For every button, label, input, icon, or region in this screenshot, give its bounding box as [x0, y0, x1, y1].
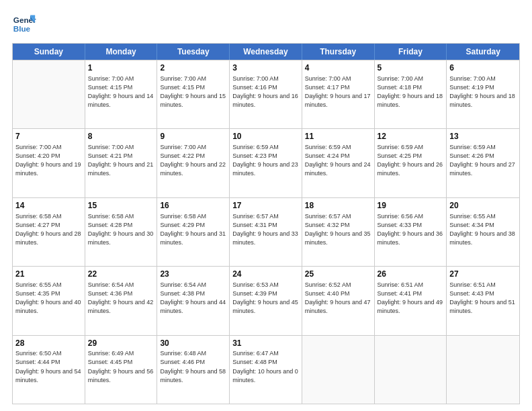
day-number: 11 [305, 131, 371, 142]
calendar-cell: 14Sunrise: 6:58 AMSunset: 4:27 PMDayligh… [13, 198, 85, 266]
calendar-week-3: 14Sunrise: 6:58 AMSunset: 4:27 PMDayligh… [13, 197, 519, 266]
cell-info: Sunrise: 6:57 AMSunset: 4:32 PMDaylight:… [305, 212, 371, 247]
calendar-cell: 12Sunrise: 6:59 AMSunset: 4:25 PMDayligh… [375, 129, 447, 197]
calendar-cell [13, 60, 85, 128]
day-number: 7 [15, 131, 82, 142]
calendar-week-1: 1Sunrise: 7:00 AMSunset: 4:15 PMDaylight… [13, 60, 519, 128]
cell-info: Sunrise: 6:59 AMSunset: 4:26 PMDaylight:… [449, 143, 517, 178]
day-number: 18 [305, 200, 371, 212]
calendar-week-5: 28Sunrise: 6:50 AMSunset: 4:44 PMDayligh… [13, 335, 519, 404]
cell-info: Sunrise: 6:52 AMSunset: 4:40 PMDaylight:… [305, 281, 371, 316]
cell-info: Sunrise: 6:57 AMSunset: 4:31 PMDaylight:… [232, 212, 299, 247]
calendar-header-monday: Monday [85, 44, 158, 60]
day-number: 4 [305, 62, 371, 74]
calendar-cell: 19Sunrise: 6:56 AMSunset: 4:33 PMDayligh… [375, 198, 447, 266]
calendar-cell: 6Sunrise: 7:00 AMSunset: 4:19 PMDaylight… [447, 60, 519, 128]
cell-info: Sunrise: 6:50 AMSunset: 4:44 PMDaylight:… [15, 349, 82, 384]
day-number: 14 [15, 200, 82, 212]
cell-info: Sunrise: 6:51 AMSunset: 4:41 PMDaylight:… [378, 281, 444, 316]
calendar-cell: 23Sunrise: 6:54 AMSunset: 4:38 PMDayligh… [157, 267, 230, 334]
day-number: 28 [15, 338, 82, 349]
cell-info: Sunrise: 6:56 AMSunset: 4:33 PMDaylight:… [378, 212, 444, 247]
cell-info: Sunrise: 6:47 AMSunset: 4:48 PMDaylight:… [232, 349, 299, 384]
day-number: 16 [160, 200, 226, 212]
calendar: SundayMondayTuesdayWednesdayThursdayFrid… [12, 43, 520, 404]
calendar-cell: 24Sunrise: 6:53 AMSunset: 4:39 PMDayligh… [230, 267, 302, 334]
cell-info: Sunrise: 7:00 AMSunset: 4:20 PMDaylight:… [15, 143, 82, 178]
day-number: 15 [88, 200, 154, 212]
page-header: General Blue [12, 12, 520, 36]
calendar-header-wednesday: Wednesday [230, 44, 302, 60]
day-number: 23 [160, 269, 226, 280]
cell-info: Sunrise: 6:55 AMSunset: 4:35 PMDaylight:… [15, 281, 82, 316]
svg-text:Blue: Blue [13, 24, 31, 33]
cell-info: Sunrise: 6:58 AMSunset: 4:27 PMDaylight:… [15, 212, 82, 247]
day-number: 13 [449, 131, 517, 142]
calendar-cell: 29Sunrise: 6:49 AMSunset: 4:45 PMDayligh… [85, 336, 158, 404]
calendar-header-saturday: Saturday [447, 44, 519, 60]
cell-info: Sunrise: 6:58 AMSunset: 4:28 PMDaylight:… [88, 212, 154, 247]
cell-info: Sunrise: 6:53 AMSunset: 4:39 PMDaylight:… [232, 281, 299, 316]
calendar-cell: 2Sunrise: 7:00 AMSunset: 4:15 PMDaylight… [157, 60, 230, 128]
calendar-cell: 1Sunrise: 7:00 AMSunset: 4:15 PMDaylight… [85, 60, 158, 128]
day-number: 21 [15, 269, 82, 280]
day-number: 22 [88, 269, 154, 280]
day-number: 19 [378, 200, 444, 212]
calendar-cell: 10Sunrise: 6:59 AMSunset: 4:23 PMDayligh… [230, 129, 302, 197]
cell-info: Sunrise: 6:49 AMSunset: 4:45 PMDaylight:… [88, 349, 154, 384]
calendar-header-thursday: Thursday [302, 44, 375, 60]
calendar-cell: 15Sunrise: 6:58 AMSunset: 4:28 PMDayligh… [85, 198, 158, 266]
day-number: 24 [232, 269, 299, 280]
calendar-cell: 8Sunrise: 7:00 AMSunset: 4:21 PMDaylight… [85, 129, 158, 197]
calendar-header-tuesday: Tuesday [157, 44, 230, 60]
cell-info: Sunrise: 7:00 AMSunset: 4:22 PMDaylight:… [160, 143, 226, 178]
calendar-cell: 17Sunrise: 6:57 AMSunset: 4:31 PMDayligh… [230, 198, 302, 266]
calendar-cell [375, 336, 447, 404]
calendar-cell: 7Sunrise: 7:00 AMSunset: 4:20 PMDaylight… [13, 129, 85, 197]
cell-info: Sunrise: 6:51 AMSunset: 4:43 PMDaylight:… [449, 281, 517, 316]
day-number: 1 [88, 62, 154, 74]
day-number: 27 [449, 269, 517, 280]
calendar-cell: 31Sunrise: 6:47 AMSunset: 4:48 PMDayligh… [230, 336, 302, 404]
calendar-cell: 4Sunrise: 7:00 AMSunset: 4:17 PMDaylight… [302, 60, 375, 128]
cell-info: Sunrise: 7:00 AMSunset: 4:15 PMDaylight:… [160, 75, 226, 109]
cell-info: Sunrise: 6:54 AMSunset: 4:36 PMDaylight:… [88, 281, 154, 316]
calendar-cell: 20Sunrise: 6:55 AMSunset: 4:34 PMDayligh… [447, 198, 519, 266]
calendar-week-4: 21Sunrise: 6:55 AMSunset: 4:35 PMDayligh… [13, 266, 519, 334]
calendar-header-friday: Friday [375, 44, 447, 60]
cell-info: Sunrise: 6:54 AMSunset: 4:38 PMDaylight:… [160, 281, 226, 316]
day-number: 29 [88, 338, 154, 349]
day-number: 26 [378, 269, 444, 280]
cell-info: Sunrise: 7:00 AMSunset: 4:15 PMDaylight:… [88, 75, 154, 109]
calendar-cell: 30Sunrise: 6:48 AMSunset: 4:46 PMDayligh… [157, 336, 230, 404]
day-number: 3 [232, 62, 299, 74]
calendar-body: 1Sunrise: 7:00 AMSunset: 4:15 PMDaylight… [13, 60, 519, 404]
calendar-cell: 13Sunrise: 6:59 AMSunset: 4:26 PMDayligh… [447, 129, 519, 197]
calendar-week-2: 7Sunrise: 7:00 AMSunset: 4:20 PMDaylight… [13, 128, 519, 197]
calendar-cell: 27Sunrise: 6:51 AMSunset: 4:43 PMDayligh… [447, 267, 519, 334]
cell-info: Sunrise: 7:00 AMSunset: 4:18 PMDaylight:… [378, 75, 444, 109]
cell-info: Sunrise: 6:59 AMSunset: 4:24 PMDaylight:… [305, 143, 371, 178]
cell-info: Sunrise: 7:00 AMSunset: 4:17 PMDaylight:… [305, 75, 371, 109]
day-number: 5 [378, 62, 444, 74]
day-number: 17 [232, 200, 299, 212]
cell-info: Sunrise: 6:59 AMSunset: 4:23 PMDaylight:… [232, 143, 299, 178]
cell-info: Sunrise: 6:55 AMSunset: 4:34 PMDaylight:… [449, 212, 517, 247]
calendar-cell [447, 336, 519, 404]
day-number: 30 [160, 338, 226, 349]
calendar-cell [302, 336, 375, 404]
calendar-header: SundayMondayTuesdayWednesdayThursdayFrid… [13, 44, 519, 60]
calendar-cell: 11Sunrise: 6:59 AMSunset: 4:24 PMDayligh… [302, 129, 375, 197]
calendar-cell: 9Sunrise: 7:00 AMSunset: 4:22 PMDaylight… [157, 129, 230, 197]
calendar-cell: 18Sunrise: 6:57 AMSunset: 4:32 PMDayligh… [302, 198, 375, 266]
calendar-header-sunday: Sunday [13, 44, 85, 60]
calendar-cell: 25Sunrise: 6:52 AMSunset: 4:40 PMDayligh… [302, 267, 375, 334]
calendar-cell: 5Sunrise: 7:00 AMSunset: 4:18 PMDaylight… [375, 60, 447, 128]
day-number: 6 [449, 62, 517, 74]
logo-icon: General Blue [12, 12, 36, 36]
day-number: 9 [160, 131, 226, 142]
day-number: 2 [160, 62, 226, 74]
calendar-cell: 16Sunrise: 6:58 AMSunset: 4:29 PMDayligh… [157, 198, 230, 266]
day-number: 25 [305, 269, 371, 280]
calendar-cell: 3Sunrise: 7:00 AMSunset: 4:16 PMDaylight… [230, 60, 302, 128]
